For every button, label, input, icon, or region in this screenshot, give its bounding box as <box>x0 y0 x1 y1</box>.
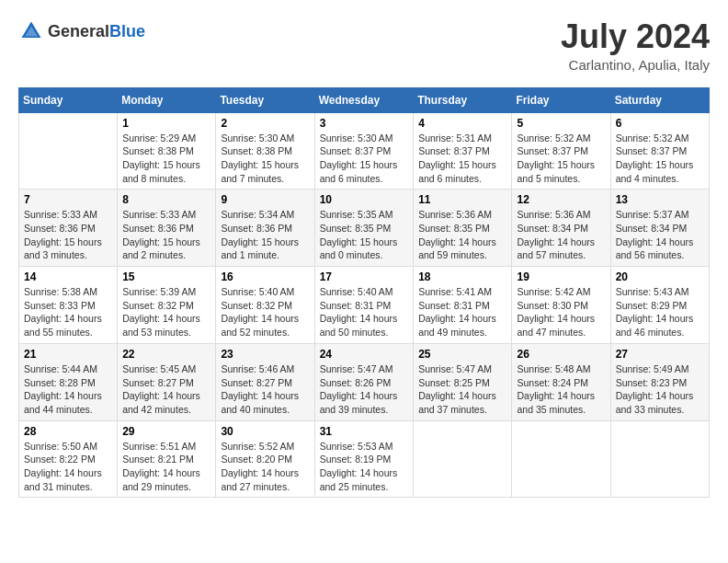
day-info: Sunrise: 5:40 AM Sunset: 8:32 PM Dayligh… <box>221 285 309 339</box>
calendar-week-row: 21Sunrise: 5:44 AM Sunset: 8:28 PM Dayli… <box>19 343 710 420</box>
day-number: 30 <box>221 425 309 438</box>
calendar-cell: 9Sunrise: 5:34 AM Sunset: 8:36 PM Daylig… <box>216 190 314 267</box>
calendar-cell: 17Sunrise: 5:40 AM Sunset: 8:31 PM Dayli… <box>314 267 414 344</box>
calendar-cell: 3Sunrise: 5:30 AM Sunset: 8:37 PM Daylig… <box>314 112 414 190</box>
day-number: 24 <box>320 348 409 361</box>
calendar-week-row: 7Sunrise: 5:33 AM Sunset: 8:36 PM Daylig… <box>19 190 710 267</box>
day-info: Sunrise: 5:42 AM Sunset: 8:30 PM Dayligh… <box>517 285 605 339</box>
calendar-cell: 10Sunrise: 5:35 AM Sunset: 8:35 PM Dayli… <box>314 190 414 267</box>
day-info: Sunrise: 5:40 AM Sunset: 8:31 PM Dayligh… <box>320 285 409 339</box>
day-info: Sunrise: 5:47 AM Sunset: 8:26 PM Dayligh… <box>320 362 409 417</box>
calendar-cell: 5Sunrise: 5:32 AM Sunset: 8:37 PM Daylig… <box>512 112 610 190</box>
location-subtitle: Carlantino, Apulia, Italy <box>561 57 710 73</box>
calendar-week-row: 28Sunrise: 5:50 AM Sunset: 8:22 PM Dayli… <box>19 420 710 498</box>
day-number: 11 <box>418 193 506 206</box>
calendar-cell: 27Sunrise: 5:49 AM Sunset: 8:23 PM Dayli… <box>610 343 709 420</box>
calendar-cell: 24Sunrise: 5:47 AM Sunset: 8:26 PM Dayli… <box>314 343 414 420</box>
day-info: Sunrise: 5:33 AM Sunset: 8:36 PM Dayligh… <box>24 208 112 262</box>
calendar-cell: 2Sunrise: 5:30 AM Sunset: 8:38 PM Daylig… <box>216 112 314 190</box>
day-number: 20 <box>616 270 704 283</box>
day-number: 5 <box>517 117 605 130</box>
day-number: 23 <box>221 348 309 361</box>
day-info: Sunrise: 5:38 AM Sunset: 8:33 PM Dayligh… <box>24 285 112 339</box>
general-blue-icon <box>18 18 44 44</box>
day-number: 28 <box>24 425 112 438</box>
day-number: 12 <box>517 193 605 206</box>
calendar-cell: 4Sunrise: 5:31 AM Sunset: 8:37 PM Daylig… <box>414 112 512 190</box>
calendar-cell: 28Sunrise: 5:50 AM Sunset: 8:22 PM Dayli… <box>19 420 118 498</box>
col-header-thursday: Thursday <box>414 87 512 112</box>
day-number: 19 <box>517 270 605 283</box>
calendar-cell: 20Sunrise: 5:43 AM Sunset: 8:29 PM Dayli… <box>610 267 709 344</box>
day-number: 22 <box>122 348 210 361</box>
day-info: Sunrise: 5:46 AM Sunset: 8:27 PM Dayligh… <box>221 362 309 417</box>
calendar-cell: 25Sunrise: 5:47 AM Sunset: 8:25 PM Dayli… <box>414 343 512 420</box>
day-number: 18 <box>418 270 506 283</box>
calendar-cell: 19Sunrise: 5:42 AM Sunset: 8:30 PM Dayli… <box>512 267 610 344</box>
calendar-cell: 8Sunrise: 5:33 AM Sunset: 8:36 PM Daylig… <box>118 190 216 267</box>
col-header-friday: Friday <box>512 87 610 112</box>
day-number: 10 <box>320 193 409 206</box>
calendar-cell: 14Sunrise: 5:38 AM Sunset: 8:33 PM Dayli… <box>19 267 118 344</box>
day-info: Sunrise: 5:30 AM Sunset: 8:37 PM Dayligh… <box>320 132 409 186</box>
day-info: Sunrise: 5:45 AM Sunset: 8:27 PM Dayligh… <box>122 362 210 417</box>
day-info: Sunrise: 5:52 AM Sunset: 8:20 PM Dayligh… <box>221 440 309 494</box>
day-number: 7 <box>24 193 112 206</box>
calendar-week-row: 14Sunrise: 5:38 AM Sunset: 8:33 PM Dayli… <box>19 267 710 344</box>
day-info: Sunrise: 5:32 AM Sunset: 8:37 PM Dayligh… <box>616 132 704 186</box>
day-number: 25 <box>418 348 506 361</box>
day-info: Sunrise: 5:44 AM Sunset: 8:28 PM Dayligh… <box>24 362 112 417</box>
title-block: July 2024 Carlantino, Apulia, Italy <box>561 18 710 73</box>
day-number: 27 <box>616 348 704 361</box>
day-info: Sunrise: 5:31 AM Sunset: 8:37 PM Dayligh… <box>418 132 506 186</box>
calendar-cell: 11Sunrise: 5:36 AM Sunset: 8:35 PM Dayli… <box>414 190 512 267</box>
logo: GeneralBlue <box>18 18 145 44</box>
day-info: Sunrise: 5:43 AM Sunset: 8:29 PM Dayligh… <box>616 285 704 339</box>
col-header-sunday: Sunday <box>19 87 118 112</box>
day-number: 14 <box>24 270 112 283</box>
calendar-cell: 30Sunrise: 5:52 AM Sunset: 8:20 PM Dayli… <box>216 420 314 498</box>
day-info: Sunrise: 5:47 AM Sunset: 8:25 PM Dayligh… <box>418 362 506 417</box>
calendar-cell: 16Sunrise: 5:40 AM Sunset: 8:32 PM Dayli… <box>216 267 314 344</box>
day-info: Sunrise: 5:30 AM Sunset: 8:38 PM Dayligh… <box>221 132 309 186</box>
day-number: 1 <box>122 117 210 130</box>
calendar-table: SundayMondayTuesdayWednesdayThursdayFrid… <box>18 87 710 499</box>
calendar-cell <box>414 420 512 498</box>
calendar-cell: 22Sunrise: 5:45 AM Sunset: 8:27 PM Dayli… <box>118 343 216 420</box>
calendar-cell: 13Sunrise: 5:37 AM Sunset: 8:34 PM Dayli… <box>610 190 709 267</box>
calendar-cell: 31Sunrise: 5:53 AM Sunset: 8:19 PM Dayli… <box>314 420 414 498</box>
calendar-header-row: SundayMondayTuesdayWednesdayThursdayFrid… <box>19 87 710 112</box>
calendar-cell <box>610 420 709 498</box>
logo-text-general: General <box>48 22 109 40</box>
day-info: Sunrise: 5:35 AM Sunset: 8:35 PM Dayligh… <box>320 208 409 262</box>
day-info: Sunrise: 5:48 AM Sunset: 8:24 PM Dayligh… <box>517 362 605 417</box>
day-number: 21 <box>24 348 112 361</box>
day-number: 15 <box>122 270 210 283</box>
calendar-cell <box>512 420 610 498</box>
calendar-cell: 29Sunrise: 5:51 AM Sunset: 8:21 PM Dayli… <box>118 420 216 498</box>
day-number: 29 <box>122 425 210 438</box>
calendar-cell: 12Sunrise: 5:36 AM Sunset: 8:34 PM Dayli… <box>512 190 610 267</box>
page-header: GeneralBlue July 2024 Carlantino, Apulia… <box>18 18 710 73</box>
day-info: Sunrise: 5:36 AM Sunset: 8:35 PM Dayligh… <box>418 208 506 262</box>
day-info: Sunrise: 5:32 AM Sunset: 8:37 PM Dayligh… <box>517 132 605 186</box>
col-header-saturday: Saturday <box>610 87 709 112</box>
day-info: Sunrise: 5:33 AM Sunset: 8:36 PM Dayligh… <box>122 208 210 262</box>
day-number: 4 <box>418 117 506 130</box>
day-number: 13 <box>616 193 704 206</box>
day-info: Sunrise: 5:39 AM Sunset: 8:32 PM Dayligh… <box>122 285 210 339</box>
month-year-title: July 2024 <box>561 18 710 55</box>
day-info: Sunrise: 5:34 AM Sunset: 8:36 PM Dayligh… <box>221 208 309 262</box>
day-info: Sunrise: 5:29 AM Sunset: 8:38 PM Dayligh… <box>122 132 210 186</box>
day-number: 31 <box>320 425 409 438</box>
day-number: 26 <box>517 348 605 361</box>
day-info: Sunrise: 5:51 AM Sunset: 8:21 PM Dayligh… <box>122 440 210 494</box>
col-header-wednesday: Wednesday <box>314 87 414 112</box>
day-number: 2 <box>221 117 309 130</box>
calendar-cell: 6Sunrise: 5:32 AM Sunset: 8:37 PM Daylig… <box>610 112 709 190</box>
day-number: 16 <box>221 270 309 283</box>
logo-text-blue: Blue <box>109 22 145 40</box>
day-info: Sunrise: 5:53 AM Sunset: 8:19 PM Dayligh… <box>320 440 409 494</box>
day-info: Sunrise: 5:49 AM Sunset: 8:23 PM Dayligh… <box>616 362 704 417</box>
calendar-cell <box>19 112 118 190</box>
